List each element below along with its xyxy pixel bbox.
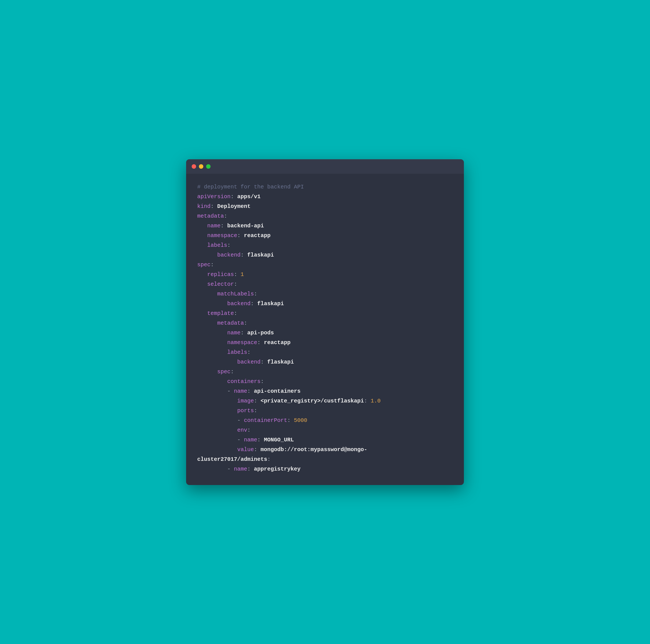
key-containers: containers: [227, 377, 260, 386]
code-line-metadata-2: metadata:: [197, 318, 453, 328]
key-backend-2: backend: [227, 299, 251, 308]
code-line-namespace-1: namespace: reactapp: [197, 231, 453, 240]
val-backend-1: flaskapi: [247, 250, 274, 260]
code-line-name-appregistry: - name: appregistrykey: [197, 464, 453, 474]
key-namespace-1: namespace: [207, 231, 237, 240]
close-button[interactable]: [192, 164, 196, 169]
code-line-backend-2: backend: flaskapi: [197, 299, 453, 308]
key-containerport: containerPort: [244, 415, 287, 425]
key-spec-1: spec: [197, 260, 211, 270]
code-line-matchlabels: matchLabels:: [197, 289, 453, 299]
code-line-env: env:: [197, 425, 453, 435]
code-line-labels-2: labels:: [197, 347, 453, 357]
val-backend-3: flaskapi: [267, 357, 294, 367]
key-backend-3: backend: [237, 357, 260, 367]
val-image-version: 1.0: [370, 396, 381, 406]
key-template: template: [207, 308, 234, 318]
val-namespace-1: reactapp: [244, 231, 270, 240]
val-name-2: api-pods: [247, 328, 274, 338]
val-name-4: MONGO_URL: [264, 435, 294, 445]
code-line-labels-1: labels:: [197, 240, 453, 250]
val-apiversion: apps/v1: [237, 192, 260, 202]
code-line-namespace-2: namespace: reactapp: [197, 338, 453, 347]
key-kind: kind: [197, 202, 211, 211]
key-selector: selector: [207, 279, 234, 289]
key-apiversion: apiVersion: [197, 192, 230, 202]
maximize-button[interactable]: [206, 164, 211, 169]
val-value-1-cont: cluster27017/adminets: [197, 454, 267, 464]
code-line-selector: selector:: [197, 279, 453, 289]
minimize-button[interactable]: [199, 164, 203, 169]
code-line-name-apicontainers: - name: api-containers: [197, 386, 453, 396]
key-metadata: metadata: [197, 211, 224, 221]
key-labels-1: labels: [207, 240, 227, 250]
code-line-backend-3: backend: flaskapi: [197, 357, 453, 367]
code-line-metadata: metadata:: [197, 211, 453, 221]
code-line-value-mongourl: value: mongodb://root:mypassword@mongo-: [197, 445, 453, 454]
key-matchlabels: matchLabels: [217, 289, 254, 299]
key-namespace-2: namespace: [227, 338, 257, 347]
val-kind: Deployment: [217, 202, 251, 211]
val-name-1: backend-api: [227, 221, 264, 231]
key-image: image: [237, 396, 254, 406]
val-name-3: api-containers: [254, 386, 300, 396]
key-name-3: name: [234, 386, 247, 396]
key-name-4: name: [244, 435, 257, 445]
val-value-1: mongodb://root:mypassword@mongo-: [260, 445, 367, 454]
code-line-containerport: - containerPort: 5000: [197, 415, 453, 425]
code-line-containers: containers:: [197, 377, 453, 386]
code-editor: # deployment for the backend API apiVers…: [186, 174, 464, 485]
key-labels-2: labels: [227, 347, 247, 357]
code-line-backend-1: backend: flaskapi: [197, 250, 453, 260]
code-line-comment: # deployment for the backend API: [197, 182, 453, 192]
key-name-5: name: [234, 464, 247, 474]
val-replicas: 1: [241, 270, 244, 279]
code-line-image: image: <private_registry>/custflaskapi: …: [197, 396, 453, 406]
code-line-kind: kind: Deployment: [197, 202, 453, 211]
code-line-spec-1: spec:: [197, 260, 453, 270]
val-image: <private_registry>/custflaskapi: [260, 396, 364, 406]
code-line-name-mongourl: - name: MONGO_URL: [197, 435, 453, 445]
code-line-replicas: replicas: 1: [197, 270, 453, 279]
key-metadata-2: metadata: [217, 318, 244, 328]
code-line-name-backend: name: backend-api: [197, 221, 453, 231]
key-env: env: [237, 425, 247, 435]
val-backend-2: flaskapi: [257, 299, 284, 308]
val-name-5: appregistrykey: [254, 464, 300, 474]
code-editor-window: # deployment for the backend API apiVers…: [186, 159, 464, 485]
code-line-ports: ports:: [197, 406, 453, 415]
key-value: value: [237, 445, 254, 454]
code-line-apiversion: apiVersion: apps/v1: [197, 192, 453, 202]
comment-text: # deployment for the backend API: [197, 182, 304, 192]
val-containerport: 5000: [294, 415, 307, 425]
titlebar: [186, 159, 464, 174]
code-line-name-apipods: name: api-pods: [197, 328, 453, 338]
val-namespace-2: reactapp: [264, 338, 291, 347]
key-replicas: replicas: [207, 270, 234, 279]
key-ports: ports: [237, 406, 254, 415]
key-name-2: name: [227, 328, 241, 338]
key-backend-1: backend: [217, 250, 241, 260]
code-line-spec-2: spec:: [197, 367, 453, 377]
code-line-value-mongourl-cont: cluster27017/adminets:: [197, 454, 453, 464]
key-name-1: name: [207, 221, 221, 231]
key-spec-2: spec: [217, 367, 230, 377]
code-line-template: template:: [197, 308, 453, 318]
